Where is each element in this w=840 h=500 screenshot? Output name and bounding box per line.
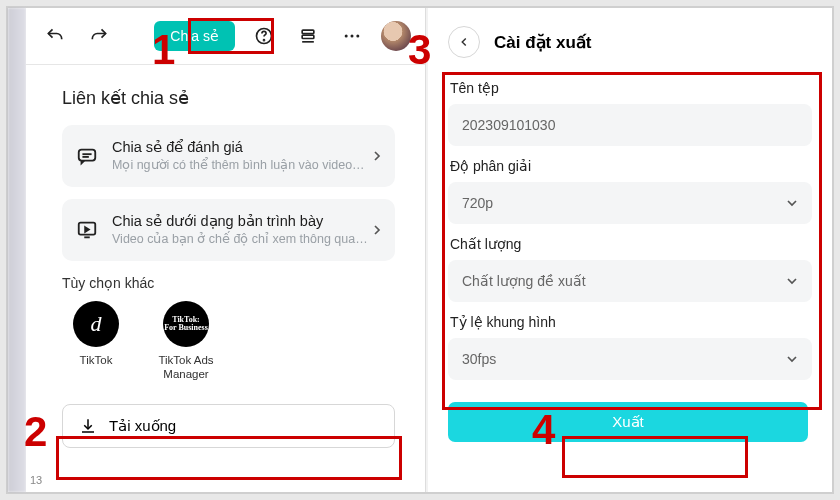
filename-field[interactable]	[448, 104, 812, 146]
layers-icon[interactable]	[293, 21, 323, 51]
redo-button[interactable]	[84, 21, 114, 51]
comment-icon	[76, 145, 98, 167]
resolution-select[interactable]: 720p	[448, 182, 812, 224]
timecode: 13	[30, 474, 42, 486]
tiktok-icon: d	[73, 301, 119, 347]
share-heading: Liên kết chia sẻ	[62, 87, 395, 109]
share-as-presentation-option[interactable]: Chia sẻ dưới dạng bản trình bày Video củ…	[62, 199, 395, 261]
filename-label: Tên tệp	[450, 80, 812, 96]
topbar: Chia sẻ	[26, 8, 425, 64]
chevron-down-icon	[784, 195, 800, 211]
back-button[interactable]	[448, 26, 480, 58]
more-icon[interactable]	[337, 21, 367, 51]
share-for-review-option[interactable]: Chia sẻ để đánh giá Mọi người có thể thê…	[62, 125, 395, 187]
tiktok-ads-icon: TikTok:For Business	[163, 301, 209, 347]
option-subtitle: Video của bạn ở chế độ chỉ xem thông qua…	[112, 231, 381, 246]
share-tiktok-ads-tile[interactable]: TikTok:For Business TikTok Ads Manager	[152, 301, 220, 382]
quality-select[interactable]: Chất lượng đề xuất	[448, 260, 812, 302]
filename-input[interactable]	[462, 117, 798, 133]
undo-button[interactable]	[40, 21, 70, 51]
share-panel: Chia sẻ Liên kết chia sẻ Chia sẻ để đánh…	[26, 8, 426, 492]
chevron-down-icon	[784, 351, 800, 367]
quality-value: Chất lượng đề xuất	[462, 273, 586, 289]
download-label: Tải xuống	[109, 417, 176, 435]
quality-label: Chất lượng	[450, 236, 812, 252]
chevron-right-icon	[369, 222, 385, 238]
other-options-heading: Tùy chọn khác	[62, 275, 395, 291]
resolution-label: Độ phân giải	[450, 158, 812, 174]
presentation-icon	[76, 219, 98, 241]
fps-value: 30fps	[462, 351, 496, 367]
avatar[interactable]	[381, 21, 411, 51]
resolution-value: 720p	[462, 195, 493, 211]
fps-select[interactable]: 30fps	[448, 338, 812, 380]
svg-rect-2	[302, 30, 314, 33]
download-icon	[79, 417, 97, 435]
chevron-down-icon	[784, 273, 800, 289]
svg-point-6	[351, 35, 354, 38]
export-settings-title: Cài đặt xuất	[494, 32, 591, 53]
export-button[interactable]: Xuất	[448, 402, 808, 442]
option-title: Chia sẻ để đánh giá	[112, 139, 381, 155]
svg-point-1	[264, 40, 265, 41]
download-button[interactable]: Tải xuống	[62, 404, 395, 448]
help-icon[interactable]	[249, 21, 279, 51]
export-settings-panel: Cài đặt xuất Tên tệp Độ phân giải 720p C…	[428, 8, 832, 492]
chevron-right-icon	[369, 148, 385, 164]
option-title: Chia sẻ dưới dạng bản trình bày	[112, 213, 381, 229]
svg-point-7	[356, 35, 359, 38]
svg-rect-3	[302, 35, 314, 38]
share-tiktok-tile[interactable]: d TikTok	[62, 301, 130, 382]
option-subtitle: Mọi người có thể thêm bình luận vào vide…	[112, 157, 381, 172]
tile-label: TikTok Ads Manager	[152, 353, 220, 382]
svg-point-5	[345, 35, 348, 38]
tile-label: TikTok	[62, 353, 130, 367]
fps-label: Tỷ lệ khung hình	[450, 314, 812, 330]
share-button[interactable]: Chia sẻ	[154, 21, 235, 51]
